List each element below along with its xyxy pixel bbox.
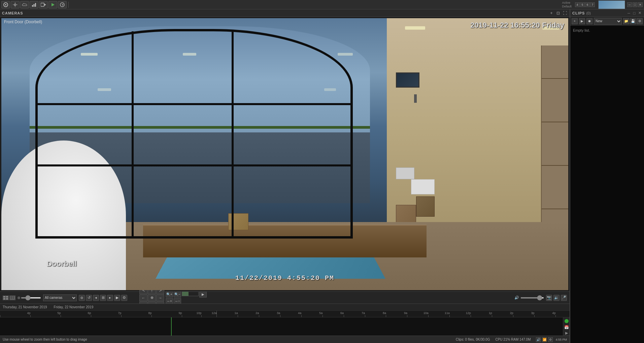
grid-btn-4[interactable]: 4 [575, 2, 580, 7]
ptz-zoom-bar [182, 291, 199, 296]
ceiling-light-3 [338, 53, 353, 56]
clips-play-btn[interactable]: ▶ [579, 18, 585, 24]
minimize-button[interactable]: ─ [627, 2, 632, 7]
timeline-tracks[interactable]: 📅 ▶ [0, 317, 570, 336]
ceiling-light-5 [324, 88, 336, 91]
tick-3p-friday: 3p [534, 315, 535, 317]
controls-bar: All cameras ↺ ◂ ⊞ ▸ ▶ ⚙ ↖ [0, 291, 570, 304]
timeline-calendar-btn[interactable]: 📅 [564, 325, 569, 330]
volume-slider[interactable] [520, 297, 544, 299]
clips-end-icons: 📁 💾 ⚙ [623, 18, 643, 24]
clips-title-group: CLIPS (0) [572, 11, 591, 15]
grid-btn-6[interactable]: 6 [585, 2, 590, 7]
timeline-left-section: 3p 4p 5p 6p 7p 8p [0, 311, 216, 317]
ptz-move-right[interactable]: → [156, 294, 164, 301]
clips-close-icon[interactable]: ✕ [637, 11, 642, 15]
zoom-slider[interactable] [21, 297, 41, 299]
tick-4p-friday: 4p [555, 315, 556, 317]
svg-marker-12 [52, 3, 55, 6]
ptz-focus-far[interactable]: ↔− [174, 298, 181, 304]
grid-btn-7[interactable]: 7 [590, 2, 595, 7]
status-right: Clips: 0 files, 0K/30.0G CPU 21% RAM 147… [456, 337, 567, 342]
timeline-header: Thursday, 21 November 2019 Friday, 22 No… [0, 304, 570, 311]
toolbar-btn-settings[interactable] [11, 1, 20, 8]
ptz-zoom-in[interactable]: 🔍+ [166, 291, 173, 298]
clips-record-btn[interactable]: ⏺ [586, 18, 592, 24]
tick-6a: 6a [344, 315, 344, 317]
prev-camera-btn[interactable]: ◂ [93, 295, 99, 301]
ptz-zoom-focus: 🔍+ 🔍− ▶ ↔+ ↔− [166, 291, 207, 304]
timeline-scroll-up[interactable] [564, 319, 569, 324]
grid-selector: 4 5 6 7 [575, 2, 595, 7]
tv-monitor [396, 72, 419, 88]
tick-9a: 9a [407, 315, 407, 317]
cameras-panel: CAMERAS + ⊡ ⛶ Front Door (Doorbell) 2019… [0, 9, 570, 343]
bottom-timestamp-overlay: 11/22/2019 4:55:20 PM [235, 274, 334, 282]
audio-btn[interactable]: 🔉 [553, 295, 560, 301]
clips-filter-dropdown[interactable]: New All Flagged [594, 18, 622, 25]
ptz-home[interactable]: ⊕ [148, 294, 156, 301]
clips-content: Empty list. [570, 26, 644, 343]
clips-save-btn[interactable]: 💾 [630, 18, 636, 24]
ptz-zoom-row1: 🔍+ 🔍− ▶ [166, 291, 207, 298]
toolbar-btn-help[interactable]: ? [58, 1, 67, 8]
refresh-btn[interactable]: ↺ [86, 295, 92, 301]
tick-8a: 8a [386, 315, 386, 317]
timeline-day-separator [216, 311, 217, 317]
clips-settings-btn[interactable]: ⚙ [637, 18, 643, 24]
sequence-btn[interactable]: ▶ [114, 295, 120, 301]
tick-6p: 6p [91, 315, 91, 317]
svg-point-2 [14, 4, 16, 5]
timeline-scroll-right[interactable]: ▶ [564, 331, 569, 336]
maximize-button[interactable]: □ [633, 2, 637, 7]
live-view-btn[interactable] [79, 295, 85, 301]
view-layout-buttons [3, 295, 15, 300]
ptz-zoom-out[interactable]: 🔍− [174, 291, 181, 298]
clips-minimize-icon[interactable]: ─ [626, 11, 631, 15]
toolbar-btn-play[interactable] [48, 1, 57, 8]
tray-icon-1[interactable]: 🔊 [536, 337, 541, 342]
clips-add-btn[interactable]: + [572, 18, 578, 24]
clips-maximize-icon[interactable]: □ [632, 11, 637, 15]
snapshot-btn[interactable]: 📷 [546, 295, 552, 301]
video-container[interactable]: Front Door (Doorbell) 2019-11-22 16:55:2… [1, 18, 568, 290]
timeline-ruler[interactable]: 3p 4p 5p 6p 7p 8p [0, 311, 570, 317]
toolbar-btn-stats[interactable] [30, 1, 38, 8]
clips-info: Clips: 0 files, 0K/30.0G [456, 338, 490, 341]
tv-bracket [414, 94, 417, 103]
timeline-sidebar: 📅 ▶ [563, 317, 570, 336]
system-clock: 4:55 PM [555, 338, 567, 341]
clips-panel: CLIPS (0) ─ □ ✕ + ▶ ⏺ New All Flagged 📁 … [570, 9, 644, 343]
svg-rect-7 [32, 5, 33, 7]
interior-light-1 [405, 26, 425, 30]
tray-icon-3[interactable]: ⚙ [548, 337, 553, 342]
grid-view-icon[interactable]: ⊡ [555, 10, 561, 16]
cameras-header: CAMERAS + ⊡ ⛶ [0, 9, 570, 17]
tick-7a: 7a [365, 315, 365, 317]
close-button[interactable]: ✕ [638, 2, 643, 7]
svg-rect-5 [13, 4, 14, 5]
table-surface [143, 225, 427, 257]
box-white-1 [411, 179, 435, 194]
next-camera-btn[interactable]: ▸ [107, 295, 113, 301]
zoom-indicator [18, 297, 20, 299]
toolbar-btn-cloud[interactable] [20, 1, 29, 8]
camera-select-dropdown[interactable]: All cameras [43, 294, 77, 301]
main-layout: CAMERAS + ⊡ ⛶ Front Door (Doorbell) 2019… [0, 9, 644, 343]
mic-btn[interactable]: 🎤 [561, 295, 567, 301]
add-camera-icon[interactable]: + [549, 10, 554, 16]
tray-icon-2[interactable]: 📶 [542, 337, 547, 342]
toolbar-btn-record[interactable] [39, 1, 48, 8]
view-icon-2[interactable] [9, 295, 15, 300]
layout-btn[interactable]: ⊞ [100, 295, 106, 301]
ptz-preset-go[interactable]: ▶ [199, 291, 207, 298]
tick-5p: 5p [61, 315, 61, 317]
config-btn[interactable]: ⚙ [121, 295, 127, 301]
clips-folder-btn[interactable]: 📁 [623, 18, 629, 24]
fullscreen-icon[interactable]: ⛶ [562, 10, 568, 16]
grid-btn-5[interactable]: 5 [580, 2, 585, 7]
toolbar-btn-camera[interactable] [1, 1, 10, 8]
view-icon-1[interactable] [3, 295, 9, 300]
ptz-focus-near[interactable]: ↔+ [166, 298, 173, 304]
ptz-move-left[interactable]: ← [139, 294, 147, 301]
